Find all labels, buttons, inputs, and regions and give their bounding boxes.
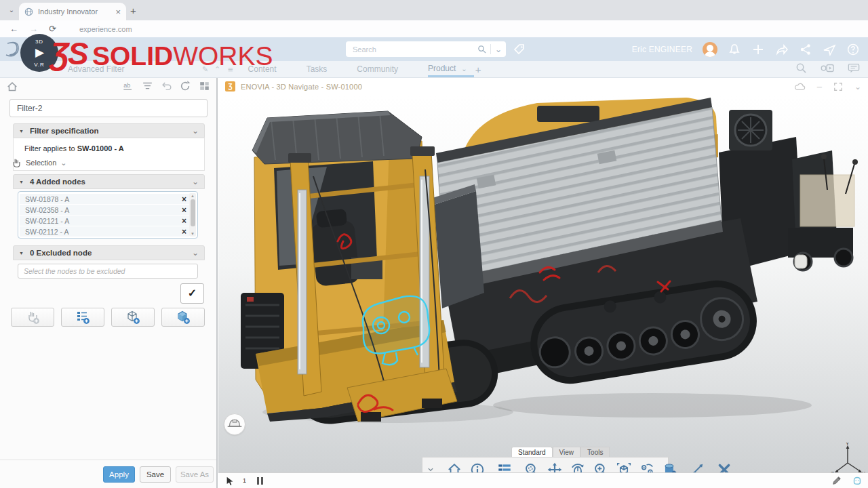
collapse-chevron-icon[interactable]: ⌄	[854, 82, 861, 92]
expand-triangle-icon[interactable]: ▼	[19, 129, 24, 134]
added-node-row[interactable]: SW-01878 - A×	[20, 194, 189, 204]
toolbar-collapse-chevron-icon[interactable]	[422, 458, 439, 472]
database-settings-icon[interactable]	[658, 458, 682, 472]
toolbar-tab-standard[interactable]: Standard	[511, 447, 553, 458]
search-input[interactable]	[353, 45, 477, 54]
back-icon[interactable]: ←	[9, 24, 18, 34]
search-options-chevron-icon[interactable]: ⌄	[495, 45, 502, 54]
minimize-icon[interactable]: –	[817, 81, 822, 92]
assistant-robot-icon[interactable]	[852, 475, 863, 486]
section-chevron-icon[interactable]: ⌄	[192, 248, 199, 258]
browser-tab[interactable]: Industry Innovator ×	[19, 3, 126, 20]
visibility-swap-icon[interactable]	[635, 458, 658, 472]
new-tab-button[interactable]: +	[130, 5, 136, 16]
filter-specification-header[interactable]: ▼ Filter specification ⌄	[13, 123, 205, 138]
model-tree-icon[interactable]	[493, 458, 516, 472]
chat-icon[interactable]	[848, 63, 860, 73]
pen-icon[interactable]	[831, 475, 842, 486]
remove-node-icon[interactable]: ×	[182, 227, 186, 237]
section-chevron-icon[interactable]: ⌄	[192, 177, 199, 186]
add-dashboard-tab-button[interactable]: +	[475, 64, 481, 75]
filter-name-input[interactable]	[9, 99, 208, 117]
avatar[interactable]	[703, 42, 717, 57]
tab-list-chevron-icon[interactable]: ⌄	[4, 3, 19, 17]
filter-options-icon[interactable]	[141, 80, 154, 92]
nav-right-icons	[795, 62, 860, 74]
iso-view-icon[interactable]	[612, 458, 635, 472]
layout-grid-icon[interactable]	[198, 80, 211, 92]
undo-arrow-icon[interactable]	[160, 80, 173, 92]
toolbar-tab-tools[interactable]: Tools	[580, 447, 610, 458]
zoom-in-out-icon[interactable]	[589, 458, 612, 472]
info-icon[interactable]	[466, 458, 489, 472]
advanced-filter-label[interactable]: Advanced Filter	[68, 64, 124, 74]
viewport-toolbar-tabs: Standard View Tools	[511, 447, 610, 458]
expand-triangle-icon[interactable]: ▼	[19, 251, 24, 256]
3d-canvas[interactable]: Standard View Tools	[218, 95, 868, 472]
scroll-up-icon[interactable]: ▲	[189, 194, 196, 198]
scroll-down-icon[interactable]: ▼	[189, 232, 196, 236]
share-arrow-icon[interactable]	[775, 43, 789, 56]
excluded-nodes-input[interactable]	[18, 264, 198, 279]
expand-triangle-icon[interactable]: ▼	[19, 180, 24, 184]
fly-mode-icon[interactable]	[686, 458, 709, 472]
pan-icon[interactable]	[543, 458, 566, 472]
add-content-icon[interactable]	[751, 43, 765, 56]
compass-plane-icon[interactable]	[823, 43, 836, 56]
close-toolbar-icon[interactable]	[713, 458, 736, 472]
nav-search-icon[interactable]	[795, 62, 807, 74]
confirm-check-button[interactable]: ✓	[180, 283, 204, 304]
tab-content[interactable]: Content	[248, 64, 277, 74]
tab-product[interactable]: Product ⌄	[428, 61, 474, 77]
list-scrollbar[interactable]: ▲ ▼	[189, 193, 196, 237]
edit-icon[interactable]: ✎	[202, 65, 208, 74]
tag-icon[interactable]	[513, 43, 526, 56]
rename-icon[interactable]: ab	[122, 80, 135, 92]
scroll-thumb[interactable]	[191, 199, 195, 226]
notifications-bell-icon[interactable]	[728, 43, 741, 56]
remove-node-icon[interactable]: ×	[182, 195, 186, 204]
home-view-icon[interactable]	[443, 458, 466, 472]
maximize-icon[interactable]	[833, 82, 843, 92]
added-node-row[interactable]: SW-02112 - A×	[20, 226, 189, 237]
machine-3d-model	[218, 95, 868, 472]
hamburger-icon[interactable]: ≡	[228, 64, 233, 75]
add-from-list-button[interactable]	[61, 308, 104, 327]
refresh-icon[interactable]: ⟳	[49, 24, 56, 34]
apply-button[interactable]: Apply	[103, 466, 135, 483]
tab-close-icon[interactable]: ×	[115, 7, 121, 16]
helmet-view-button[interactable]	[224, 413, 245, 435]
added-node-row[interactable]: SW-02121 - A×	[20, 216, 189, 226]
selection-label: Selection	[26, 159, 56, 167]
remove-node-icon[interactable]: ×	[182, 205, 186, 215]
applies-value: SW-01000 - A	[77, 144, 124, 152]
user-name[interactable]: Eric ENGINEER	[632, 45, 692, 54]
tab-product-chevron-icon[interactable]: ⌄	[461, 65, 467, 73]
save-button[interactable]: Save	[140, 466, 171, 483]
share-network-icon[interactable]	[799, 43, 812, 56]
search-icon[interactable]	[477, 45, 486, 54]
status-bar: 1	[218, 472, 868, 488]
excluded-nodes-header[interactable]: ▼ 0 Excluded node ⌄	[13, 245, 205, 260]
home-icon[interactable]	[6, 81, 18, 93]
url-text[interactable]: experience.com	[79, 25, 132, 33]
remove-node-icon[interactable]: ×	[182, 216, 186, 226]
selection-mode-dropdown[interactable]: Selection ⌄	[11, 157, 66, 168]
added-nodes-header[interactable]: ▼ 4 Added nodes ⌄	[13, 174, 205, 189]
pause-icon[interactable]	[257, 477, 263, 485]
selection-chevron-icon[interactable]: ⌄	[60, 159, 66, 167]
cloud-icon[interactable]	[794, 82, 806, 91]
section-chevron-icon[interactable]: ⌄	[192, 126, 199, 136]
rotate-icon[interactable]	[566, 458, 589, 472]
zoom-area-icon[interactable]	[520, 458, 543, 472]
media-play-icon[interactable]	[821, 63, 834, 73]
reset-icon[interactable]	[179, 80, 192, 92]
tab-tasks[interactable]: Tasks	[307, 64, 328, 74]
collapse-chevron-icon[interactable]: ⌃	[214, 65, 220, 74]
tab-community[interactable]: Community	[357, 64, 398, 74]
added-node-row[interactable]: SW-02358 - A×	[20, 205, 189, 215]
help-icon[interactable]	[846, 43, 860, 56]
add-solid-cube-button[interactable]	[161, 308, 205, 327]
add-wireframe-cube-button[interactable]	[111, 308, 155, 327]
toolbar-tab-view[interactable]: View	[553, 447, 581, 458]
